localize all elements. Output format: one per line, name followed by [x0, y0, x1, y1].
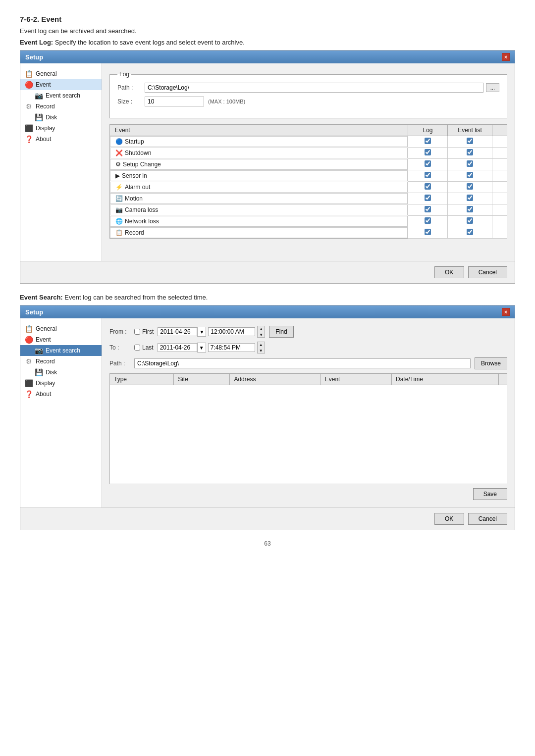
startup-log-cb[interactable] [425, 138, 431, 144]
path-browse-btn[interactable]: ... [486, 83, 499, 92]
display-icon2: ⬛ [24, 379, 33, 387]
to-date-input[interactable] [158, 343, 197, 352]
desc2-bold: Event Log: [20, 39, 53, 46]
table-row: ⚡ Alarm out [110, 182, 507, 193]
alarmout-log-cb[interactable] [425, 183, 431, 190]
to-last-checkbox[interactable] [134, 345, 140, 351]
networkloss-elist-cb[interactable] [467, 217, 473, 224]
desc2: Event Log: Specify the location to save … [20, 39, 515, 46]
sidebar1-general[interactable]: 📋 General [20, 68, 102, 79]
sidebar1-eventsearch[interactable]: 📷 Event search [20, 90, 102, 101]
from-time-spinner[interactable]: ▲ ▼ [257, 326, 265, 338]
col-event: Event [110, 125, 408, 136]
record-elist-cb[interactable] [467, 229, 473, 235]
sidebar2-display[interactable]: ⬛ Display [20, 378, 102, 389]
desc3-rest: Event log can be searched from the selec… [63, 294, 208, 301]
dialog2-ok-btn[interactable]: OK [434, 513, 464, 525]
desc1: Event log can be archived and searched. [20, 27, 515, 35]
sidebar1-about[interactable]: ❓ About [20, 134, 102, 145]
shutdown-icon: ❌ [115, 150, 123, 156]
record-log-cb[interactable] [425, 229, 431, 235]
setupchange-log-cb[interactable] [425, 160, 431, 167]
from-time-input[interactable] [208, 327, 255, 336]
sidebar1-record[interactable]: ⚙ Record [20, 101, 102, 112]
startup-cell: 🔵 Startup [115, 138, 144, 145]
dialog2-close[interactable]: × [502, 308, 510, 316]
cameraloss-icon: 📷 [115, 206, 123, 213]
motion-elist-cb[interactable] [467, 195, 473, 201]
search-path-input[interactable] [134, 358, 471, 368]
dialog2-titlebar: Setup × [20, 305, 515, 318]
motion-log-cb[interactable] [425, 195, 431, 201]
col-event: Event [321, 374, 391, 385]
setupchange-elist-cb[interactable] [467, 160, 473, 167]
sidebar2-display-label: Display [36, 380, 55, 387]
to-time-input[interactable] [208, 343, 255, 352]
sensorin-icon: ▶ [115, 172, 120, 179]
shutdown-log-cb[interactable] [425, 149, 431, 155]
sidebar2-record[interactable]: ⚙ Record [20, 356, 102, 367]
alarmout-elist-cb[interactable] [467, 183, 473, 190]
display-icon: ⬛ [24, 124, 33, 132]
sidebar2-disk-label: Disk [46, 369, 57, 376]
dialog1-sidebar: 📋 General 🔴 Event 📷 Event search ⚙ Recor… [20, 63, 102, 261]
sidebar2-about-label: About [36, 391, 51, 398]
from-date-input[interactable] [158, 327, 197, 336]
startup-icon: 🔵 [115, 138, 123, 145]
dialog2-body: 📋 General 🔴 Event 📷 Event search ⚙ Recor… [20, 318, 515, 507]
table-row: ▶ Sensor in [110, 170, 507, 182]
table-row: 🔄 Motion [110, 193, 507, 204]
path-label: Path : [117, 84, 145, 91]
to-time-spinner[interactable]: ▲ ▼ [257, 342, 265, 353]
table-row: 🌐 Network loss [110, 216, 507, 227]
dialog1-ok-btn[interactable]: OK [434, 266, 464, 278]
to-date-dropdown[interactable]: ▼ [197, 343, 206, 353]
sidebar2-about[interactable]: ❓ About [20, 389, 102, 400]
size-label: Size : [117, 98, 145, 105]
record-icon: ⚙ [24, 102, 33, 110]
sensorin-elist-cb[interactable] [467, 172, 473, 178]
sidebar1-eventsearch-label: Event search [46, 92, 80, 99]
sidebar2-event[interactable]: 🔴 Event [20, 334, 102, 345]
sidebar2-disk[interactable]: 💾 Disk [20, 367, 102, 378]
sidebar1-record-label: Record [36, 103, 55, 110]
event-icon: 🔴 [24, 81, 33, 89]
desc3-bold: Event Search: [20, 294, 63, 301]
table-row: ❌ Shutdown [110, 148, 507, 159]
sidebar1-disk[interactable]: 💾 Disk [20, 112, 102, 123]
col-type: Type [110, 374, 174, 385]
sidebar1-event[interactable]: 🔴 Event [20, 79, 102, 90]
col-datetime: Date/Time [391, 374, 498, 385]
path-input[interactable] [145, 83, 483, 93]
dialog2-title: Setup [25, 308, 43, 316]
log-legend: Log [117, 71, 131, 78]
sidebar2-eventsearch[interactable]: 📷 Event search [20, 345, 102, 356]
startup-elist-cb[interactable] [467, 138, 473, 144]
from-date-dropdown[interactable]: ▼ [197, 327, 206, 337]
networkloss-log-cb[interactable] [425, 217, 431, 224]
cameraloss-log-cb[interactable] [425, 206, 431, 212]
from-first-checkbox[interactable] [134, 329, 140, 335]
size-input[interactable] [145, 97, 204, 106]
to-last-label: Last [142, 344, 154, 351]
event-icon2: 🔴 [24, 336, 33, 344]
sidebar2-record-label: Record [36, 358, 55, 365]
dialog1-footer: OK Cancel [20, 261, 515, 283]
browse-btn[interactable]: Browse [475, 357, 507, 369]
dialog1-cancel-btn[interactable]: Cancel [468, 266, 507, 278]
find-btn[interactable]: Find [269, 326, 293, 338]
dialog1-close[interactable]: × [502, 53, 510, 61]
table-row: 🔵 Startup [110, 136, 507, 148]
sidebar2-general[interactable]: 📋 General [20, 323, 102, 334]
shutdown-elist-cb[interactable] [467, 149, 473, 155]
save-btn[interactable]: Save [473, 488, 507, 500]
sidebar1-display[interactable]: ⬛ Display [20, 123, 102, 134]
dialog2-cancel-btn[interactable]: Cancel [468, 513, 507, 525]
general-icon: 📋 [24, 70, 33, 78]
results-table: Type Site Address Event Date/Time [109, 373, 507, 484]
log-fieldset: Log Path : ... Size : (MAX : 100MB) [109, 71, 507, 118]
sensorin-log-cb[interactable] [425, 172, 431, 178]
cameraloss-elist-cb[interactable] [467, 206, 473, 212]
record-icon: 📋 [115, 229, 123, 236]
setup-dialog-2: Setup × 📋 General 🔴 Event 📷 Event search… [20, 305, 515, 530]
